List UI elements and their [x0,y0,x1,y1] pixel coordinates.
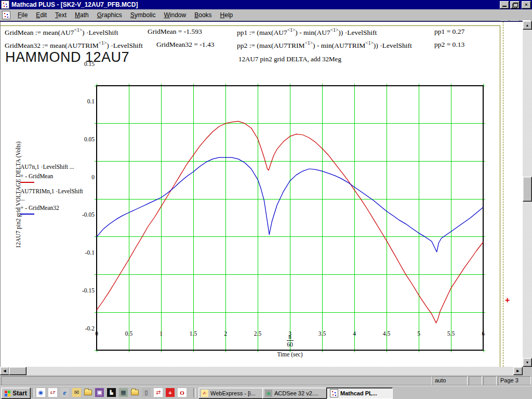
scroll-right-button[interactable]: ▶ [513,367,523,375]
first-aid-icon[interactable]: + [166,388,175,397]
minimize-icon [502,2,507,7]
taskbar: Start ◉LTe✉▣▙▦▯⇄+O ✍WebExpress - [i...◉A… [0,385,532,399]
menu-text[interactable]: Text [51,10,71,20]
math-region-gridmean32-result[interactable]: GridMean32 = -1.43 [156,41,214,49]
window-title: Mathcad PLUS - [SK2-V_12AU7_PFB.MCD] [11,1,138,8]
mathcad-icon [330,389,338,397]
menu-file[interactable]: File [14,10,32,20]
y-tick-label: -0.1 [73,249,95,256]
x-tick-label: 3 [282,330,298,337]
horizontal-scroll-thumb[interactable] [9,367,26,375]
menu-edit[interactable]: Edit [32,10,51,20]
folder-icon[interactable] [84,390,92,395]
math-segment: pp1 := ( [237,29,259,36]
page-margin-right-line [500,25,500,367]
x-tick-label: 1 [153,330,169,337]
x-tick-label: 2.5 [249,330,266,337]
restore-button[interactable] [510,1,520,9]
menu-symbolic[interactable]: Symbolic [126,10,160,20]
math-segment: pp2 := ( [237,42,259,49]
close-button[interactable]: × [522,1,531,9]
y-tick-label: 0 [73,174,95,180]
text-region-heading[interactable]: HAMMOND 12AU7 [5,49,129,65]
document-icon[interactable] [2,11,10,19]
vertical-scroll-thumb[interactable] [523,177,532,202]
fraction-bar [287,340,294,341]
x-tick-label: 2 [217,330,234,337]
taskbar-task-acdsee[interactable]: ◉ACDSee 32 v2.... [262,388,329,399]
menu-bar: FileEditTextMathGraphicsSymbolicWindowBo… [0,9,532,21]
status-panel-empty-1 [469,376,482,385]
math-region-pp1-result[interactable]: pp1 = 0.27 [434,28,464,36]
x-tick-label: 6 [475,330,491,337]
legend-color-line [20,214,34,215]
x-tick-label: 0.5 [121,330,137,337]
legend-expression-cont: + - GridMean32 [20,204,88,211]
sync-arrows-icon[interactable]: ⇄ [154,388,163,397]
math-segment: max( [259,42,274,49]
math-segment: AU7 [60,29,74,36]
minimize-button[interactable] [500,1,509,9]
math-segment: n,1 [47,188,54,194]
terminal-icon[interactable]: ▙ [107,388,116,397]
x-axis-caption: Time (sec) [259,351,321,357]
vertical-scrollbar[interactable]: ▲ ▼ [523,21,532,367]
menu-books[interactable]: Books [190,10,216,20]
math-segment: AU7TRIM [274,42,305,49]
x-tick-label: 4 [346,330,363,337]
legend-entry-2: AU7TRIMn,1 ·LevelShift ...+ - GridMean32 [20,188,88,215]
pda-sync-icon[interactable]: ▯ [142,388,151,397]
internet-explorer-icon[interactable]: e [60,388,69,397]
x-tick-label: 1.5 [185,330,202,337]
opera-icon[interactable]: O [178,388,187,397]
toolbar-divider [32,388,34,397]
math-segment: ) - min( [313,42,334,49]
menu-items: FileEditTextMathGraphicsSymbolicWindowBo… [14,10,237,20]
task-label: ACDSee 32 v2.... [274,390,318,396]
menu-math[interactable]: Math [71,10,93,20]
math-region-gridmean-result[interactable]: GridMean = -1.593 [148,28,202,36]
math-region-pp2-def[interactable]: pp2 := (max(AU7TRIM<1>) - min(AU7TRIM<1>… [237,41,412,50]
math-region-pp1-def[interactable]: pp1 := (max(AU7<1>) - min(AU7<1>)) ·Leve… [237,28,377,37]
media-player-icon[interactable]: ◉ [36,388,45,397]
toolbar-divider-2 [193,388,196,397]
scroll-down-button[interactable]: ▼ [523,358,532,367]
math-segment: <1> [287,28,295,33]
menu-help[interactable]: Help [216,10,237,20]
x-tick-label: 5.5 [443,330,459,337]
start-button[interactable]: Start [1,388,31,399]
math-region-gridmean32-def[interactable]: GridMean32 := mean(AU7TRIM<1>) ·LevelShi… [5,41,143,50]
menu-window[interactable]: Window [160,10,191,20]
math-region-gridmean-def[interactable]: GridMean := mean(AU7<1>) ·LevelShift [5,28,118,37]
math-segment: max( [259,29,274,36]
status-panel-empty-2 [483,376,497,385]
xy-plot-region[interactable] [97,86,483,350]
lotus-smarticon-icon[interactable]: LT [48,388,57,397]
x-tick-label: 5 [410,330,427,337]
image-app-icon[interactable]: ▣ [95,388,104,397]
math-segment: )) ·LevelShift [338,29,377,36]
folder-open-icon[interactable] [131,390,139,395]
email-compose-icon[interactable]: ✉ [72,388,81,397]
taskbar-task-mathcad[interactable]: Mathcad PL... [326,388,393,399]
math-segment: AU7 [317,29,330,36]
app-icon[interactable] [1,1,9,9]
x-tick-label: 4.5 [378,330,395,337]
menu-graphics[interactable]: Graphics [93,10,126,20]
network-icon[interactable]: ▦ [119,388,128,397]
plot-title: 12AU7 pin2 grid DELTA, add 32Meg [196,55,383,63]
scroll-up-button[interactable]: ▲ [523,21,532,30]
math-segment: AU7TRIM [68,42,99,49]
scroll-left-button[interactable]: ◀ [0,367,9,375]
math-segment: AU7 [274,29,287,36]
math-segment: AU7TRIM [334,42,365,49]
math-region-pp2-result[interactable]: pp2 = 0.13 [434,41,464,49]
fraction-denominator: 60 [280,341,300,348]
math-segment: GridMean32 := mean( [5,42,68,49]
worksheet-canvas[interactable]: GridMean := mean(AU7<1>) ·LevelShift Gri… [0,22,523,367]
status-bar: auto Page 3 [0,375,532,385]
horizontal-scrollbar[interactable]: ◀ ▶ [0,367,523,375]
quick-launch-bar: ◉LTe✉▣▙▦▯⇄+O [36,388,187,397]
math-segment: )) ·LevelShift [374,42,412,49]
taskbar-task-webexpress[interactable]: ✍WebExpress - [i... [198,388,265,399]
